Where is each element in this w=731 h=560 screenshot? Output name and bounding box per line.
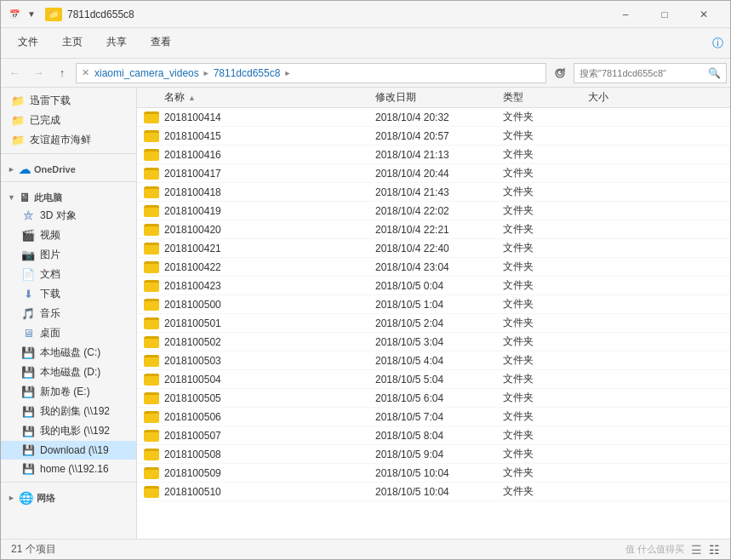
status-bar: 21 个项目 值 什么值得买 ☰ ☷ (1, 539, 730, 559)
table-row[interactable]: 2018100505 2018/10/5 6:04 文件夹 (137, 389, 730, 408)
sidebar-item-haixin[interactable]: 📁 友谊超市海鲜 (1, 130, 136, 150)
up-button[interactable]: ↑ (52, 63, 72, 83)
folder-icon (144, 374, 159, 386)
forward-button[interactable]: → (28, 63, 49, 83)
refresh-button[interactable] (550, 63, 570, 83)
table-row[interactable]: 2018100419 2018/10/4 22:02 文件夹 (137, 202, 730, 220)
file-name-cell: 2018100507 (137, 430, 375, 442)
file-name: 2018100502 (164, 336, 221, 348)
file-type: 文件夹 (503, 316, 588, 330)
folder-icon (144, 355, 159, 367)
sidebar-item-drive-e[interactable]: 💾 新加卷 (E:) (1, 382, 136, 402)
search-input[interactable] (580, 68, 705, 78)
folder-icon (144, 449, 159, 460)
file-name: 2018100510 (164, 486, 221, 498)
table-row[interactable]: 2018100501 2018/10/5 2:04 文件夹 (137, 314, 730, 333)
search-icon[interactable]: 🔍 (708, 67, 721, 79)
breadcrumb-parent[interactable]: xiaomi_camera_videos (94, 67, 199, 79)
table-row[interactable]: 2018100416 2018/10/4 21:13 文件夹 (137, 146, 730, 164)
back-button[interactable]: ← (4, 63, 25, 83)
file-name: 2018100503 (164, 355, 221, 367)
quick-access-icon[interactable]: 📅 (8, 8, 21, 21)
sidebar-item-downloads[interactable]: ⬇ 下载 (1, 284, 136, 304)
table-row[interactable]: 2018100417 2018/10/4 20:44 文件夹 (137, 164, 730, 183)
sidebar-section-onedrive[interactable]: ► ☁ OneDrive (1, 157, 136, 178)
file-date: 2018/10/4 22:21 (375, 224, 503, 236)
sidebar-onedrive-label: OneDrive (34, 164, 76, 174)
view-icon-details[interactable]: ☷ (709, 543, 720, 557)
file-date: 2018/10/4 21:13 (375, 149, 503, 161)
sidebar-item-video[interactable]: 🎬 视频 (1, 226, 136, 245)
help-icon[interactable]: ⓘ (712, 36, 723, 51)
sidebar-section-pc[interactable]: ▼ 🖥 此电脑 (1, 186, 136, 206)
sidebar-item-3d[interactable]: ⛤ 3D 对象 (1, 206, 136, 226)
file-list-header: 名称 ▲ 修改日期 类型 大小 (137, 88, 730, 108)
ribbon-tab-home[interactable]: 主页 (52, 28, 93, 59)
sidebar-label: Download (\\19 (40, 444, 109, 456)
sidebar-label: 我的剧集 (\\192 (40, 404, 110, 419)
view-icon-list[interactable]: ☰ (691, 543, 702, 557)
file-type: 文件夹 (503, 110, 588, 124)
col-header-type[interactable]: 类型 (503, 90, 588, 105)
table-row[interactable]: 2018100420 2018/10/4 22:21 文件夹 (137, 220, 730, 239)
down-arrow-icon[interactable]: ▼ (25, 8, 38, 21)
sidebar-item-net4[interactable]: 💾 home (\\192.16 (1, 460, 136, 478)
file-name: 2018100501 (164, 317, 221, 329)
ribbon-tab-view[interactable]: 查看 (140, 28, 181, 59)
close-button[interactable]: ✕ (684, 1, 723, 28)
table-row[interactable]: 2018100506 2018/10/5 7:04 文件夹 (137, 408, 730, 426)
table-row[interactable]: 2018100508 2018/10/5 9:04 文件夹 (137, 445, 730, 464)
table-row[interactable]: 2018100423 2018/10/5 0:04 文件夹 (137, 277, 730, 295)
ribbon-tab-file[interactable]: 文件 (8, 28, 49, 59)
table-row[interactable]: 2018100421 2018/10/4 22:40 文件夹 (137, 239, 730, 258)
table-row[interactable]: 2018100415 2018/10/4 20:57 文件夹 (137, 127, 730, 146)
table-row[interactable]: 2018100418 2018/10/4 21:43 文件夹 (137, 183, 730, 202)
col-header-size[interactable]: 大小 (588, 90, 656, 105)
sidebar-label: 文档 (40, 267, 60, 282)
col-header-date[interactable]: 修改日期 (375, 90, 503, 105)
folder-icon (144, 261, 159, 273)
sidebar-label: 3D 对象 (40, 209, 77, 223)
folder-icon (144, 430, 159, 442)
table-row[interactable]: 2018100500 2018/10/5 1:04 文件夹 (137, 295, 730, 314)
sidebar-item-desktop[interactable]: 🖥 桌面 (1, 323, 136, 343)
sidebar-item-drive-c[interactable]: 💾 本地磁盘 (C:) (1, 343, 136, 363)
file-name-cell: 2018100417 (137, 168, 375, 180)
maximize-button[interactable]: □ (645, 1, 684, 28)
table-row[interactable]: 2018100507 2018/10/5 8:04 文件夹 (137, 426, 730, 445)
table-row[interactable]: 2018100503 2018/10/5 4:04 文件夹 (137, 351, 730, 370)
sidebar-item-music[interactable]: 🎵 音乐 (1, 304, 136, 323)
table-row[interactable]: 2018100509 2018/10/5 10:04 文件夹 (137, 464, 730, 483)
file-name: 2018100421 (164, 243, 221, 254)
file-name: 2018100507 (164, 430, 221, 442)
sidebar-item-xiazai[interactable]: 📁 迅雷下载 (1, 91, 136, 111)
breadcrumb-current[interactable]: 7811dcd655c8 (214, 67, 281, 79)
table-row[interactable]: 2018100422 2018/10/4 23:04 文件夹 (137, 258, 730, 277)
col-header-name[interactable]: 名称 ▲ (137, 90, 375, 105)
sidebar-item-net2[interactable]: 💾 我的电影 (\\192 (1, 421, 136, 441)
table-row[interactable]: 2018100502 2018/10/5 3:04 文件夹 (137, 333, 730, 351)
sidebar-item-net1[interactable]: 💾 我的剧集 (\\192 (1, 402, 136, 421)
file-date: 2018/10/5 8:04 (375, 430, 503, 442)
sidebar-section-network[interactable]: ► 🌐 网络 (1, 486, 136, 506)
file-name-cell: 2018100416 (137, 149, 375, 161)
folder-icon (144, 336, 159, 348)
sidebar-label: 我的电影 (\\192 (40, 424, 110, 438)
title-bar-icons: 📅 ▼ (8, 8, 38, 21)
ribbon-tab-share[interactable]: 共享 (96, 28, 137, 59)
sidebar-item-drive-d[interactable]: 💾 本地磁盘 (D:) (1, 363, 136, 382)
sidebar-item-wancheng[interactable]: 📁 已完成 (1, 111, 136, 130)
file-name: 2018100420 (164, 224, 221, 236)
table-row[interactable]: 2018100510 2018/10/5 10:04 文件夹 (137, 483, 730, 501)
table-row[interactable]: 2018100414 2018/10/4 20:32 文件夹 (137, 108, 730, 127)
table-row[interactable]: 2018100504 2018/10/5 5:04 文件夹 (137, 370, 730, 389)
minimize-button[interactable]: – (606, 1, 645, 28)
file-type: 文件夹 (503, 409, 588, 424)
sidebar-item-net3[interactable]: 💾 Download (\\19 (1, 441, 136, 460)
breadcrumb-close-icon[interactable]: ✕ (82, 67, 89, 78)
file-type: 文件夹 (503, 484, 588, 499)
pc-icon: 🖥 (19, 191, 31, 204)
drive-d-icon: 💾 (21, 366, 35, 380)
sidebar-item-docs[interactable]: 📄 文档 (1, 265, 136, 284)
sidebar-item-images[interactable]: 📷 图片 (1, 245, 136, 265)
